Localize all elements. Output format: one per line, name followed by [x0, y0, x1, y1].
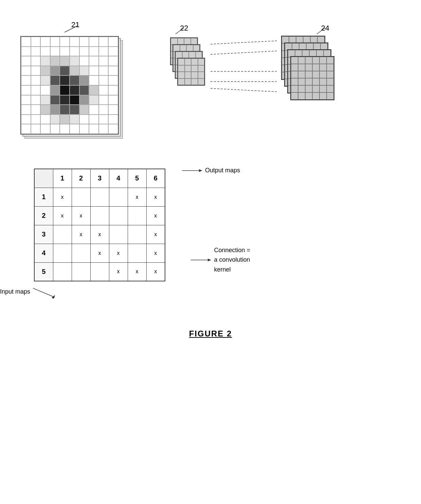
- pixel-cell: [79, 85, 89, 95]
- pixel-cell: [89, 37, 99, 47]
- svg-line-5: [210, 88, 277, 92]
- oc: [327, 85, 334, 92]
- pixel-cell: [70, 66, 79, 76]
- pixel-cell: [60, 95, 70, 105]
- kc: [198, 58, 205, 65]
- cell-2-4: [109, 206, 128, 225]
- row-header-4: 4: [34, 244, 53, 262]
- pixel-cell: [70, 124, 79, 134]
- oc: [312, 78, 319, 85]
- pixel-cell: [70, 85, 79, 95]
- oc: [319, 85, 327, 92]
- pixel-cell: [79, 56, 89, 66]
- output-layer-1: [290, 56, 334, 100]
- table-row: 2 x x x: [34, 206, 165, 225]
- svg-line-7: [317, 28, 325, 34]
- oc: [319, 92, 327, 100]
- pixel-cell: [99, 124, 109, 134]
- pixel-cell: [99, 66, 109, 76]
- table-row: 3 x x x: [34, 225, 165, 244]
- pixel-cell: [31, 95, 41, 105]
- pixel-cell: [50, 47, 60, 56]
- svg-line-0: [65, 25, 78, 32]
- pixel-cell: [60, 75, 70, 85]
- cell-3-6: x: [146, 225, 165, 244]
- cell-5-6: x: [146, 262, 165, 281]
- table-row: 4 x x x: [34, 244, 165, 262]
- pixel-cell: [21, 115, 31, 124]
- pixel-cell: [31, 47, 41, 56]
- cell-2-5: [128, 206, 146, 225]
- kc: [178, 58, 185, 65]
- pixel-cell: [21, 124, 31, 134]
- output-maps-container: Output maps: [182, 167, 240, 174]
- kc: [198, 72, 205, 79]
- right-cnn-diagram: 22: [163, 20, 401, 105]
- pixel-cell: [70, 115, 79, 124]
- pixel-cell: [50, 37, 60, 47]
- cell-5-1: [53, 262, 72, 281]
- connection-table: 1 2 3 4 5 6 1 x: [34, 169, 165, 281]
- pixel-cell: [70, 95, 79, 105]
- oc: [291, 85, 298, 92]
- oc: [319, 64, 327, 71]
- pixel-cell: [60, 56, 70, 66]
- pixel-cell: [31, 115, 41, 124]
- pixel-cell: [79, 37, 89, 47]
- row-header-5: 5: [34, 262, 53, 281]
- oc: [305, 71, 312, 78]
- kc: [186, 45, 193, 52]
- pixel-cell: [50, 115, 60, 124]
- pixel-cell: [89, 95, 99, 105]
- connection-container: Connection = a convolution kernel: [191, 245, 250, 275]
- kc: [178, 79, 185, 85]
- cell-2-6: x: [146, 206, 165, 225]
- cell-3-3: x: [90, 225, 109, 244]
- oc: [312, 71, 319, 78]
- connection-label: Connection = a convolution kernel: [214, 245, 250, 275]
- dashed-arrows-svg: [210, 37, 278, 105]
- pixel-cell: [40, 66, 50, 76]
- kc: [178, 65, 185, 72]
- svg-line-3: [210, 51, 277, 54]
- oc: [305, 57, 312, 64]
- pixel-cell: [79, 66, 89, 76]
- pixel-cell: [31, 37, 41, 47]
- pixel-cell: [108, 47, 118, 56]
- oc: [319, 57, 327, 64]
- col-header-6: 6: [146, 169, 165, 188]
- kc: [196, 52, 202, 58]
- pixel-cell: [89, 115, 99, 124]
- input-maps-label: Input maps: [0, 288, 30, 295]
- svg-line-1: [176, 28, 184, 34]
- pixel-cell: [108, 85, 118, 95]
- pixel-cell: [108, 56, 118, 66]
- oc: [305, 78, 312, 85]
- cell-5-5: x: [128, 262, 146, 281]
- oc: [312, 57, 319, 64]
- oc: [298, 71, 305, 78]
- kc: [182, 52, 189, 58]
- table-corner: [34, 169, 53, 188]
- pixel-cell: [108, 115, 118, 124]
- pixel-cell: [70, 56, 79, 66]
- cell-1-4: [109, 188, 128, 206]
- pixel-cell: [99, 105, 109, 115]
- cell-1-5: x: [128, 188, 146, 206]
- oc: [305, 85, 312, 92]
- kc: [176, 52, 182, 58]
- kc: [173, 45, 180, 52]
- ref21-arrow: [61, 24, 81, 34]
- kc: [185, 79, 191, 85]
- pixel-cell: [40, 85, 50, 95]
- bottom-section: Output maps Connection = a convolution k…: [7, 155, 414, 288]
- pixel-cell: [31, 105, 41, 115]
- kc: [191, 72, 198, 79]
- cell-4-2: [72, 244, 90, 262]
- oc: [327, 92, 334, 100]
- pixel-cell: [21, 66, 31, 76]
- pixel-cell: [99, 95, 109, 105]
- kc: [191, 65, 198, 72]
- col-header-4: 4: [109, 169, 128, 188]
- row-header-1: 1: [34, 188, 53, 206]
